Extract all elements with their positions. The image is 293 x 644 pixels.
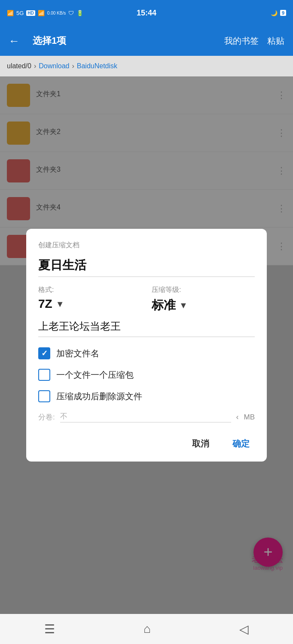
status-left: 📶 5G HD 📶 0.00 KB/s 🛡 🔋 [7, 10, 83, 16]
split-volume-row: 分卷: ‹ MB [38, 412, 255, 422]
battery-level: 9 [280, 10, 286, 16]
password-input[interactable] [38, 320, 255, 337]
level-value: 标准 [152, 297, 176, 313]
split-label: 分卷: [38, 412, 55, 422]
hd-badge: HD [26, 10, 35, 16]
breadcrumb: ulated/0 › Download › BaiduNetdisk [0, 56, 293, 76]
encrypt-filename-row: ✓ 加密文件名 [38, 347, 255, 359]
delete-source-checkbox[interactable] [38, 390, 50, 402]
encrypt-filename-checkbox[interactable]: ✓ [38, 347, 50, 359]
nav-title: 选择1项 [33, 34, 216, 47]
home-button[interactable]: ⌂ [143, 622, 151, 636]
filename-input[interactable] [38, 258, 255, 277]
format-select[interactable]: 7Z ▼ [38, 297, 141, 311]
breadcrumb-sep1: › [34, 62, 36, 70]
level-dropdown-arrow: ▼ [179, 301, 188, 310]
delete-source-row: 压缩成功后删除源文件 [38, 390, 255, 402]
menu-button[interactable]: ☰ [44, 622, 55, 636]
paste-button[interactable]: 粘贴 [267, 35, 284, 47]
nav-bar: ← 选择1项 我的书签 粘贴 [0, 26, 293, 56]
one-file-row: 一个文件一个压缩包 [38, 369, 255, 381]
breadcrumb-sep2: › [72, 62, 74, 70]
status-bar: 📶 5G HD 📶 0.00 KB/s 🛡 🔋 15:44 🌙 9 [0, 0, 293, 26]
data-speed: 0.00 KB/s [47, 11, 66, 15]
level-group: 压缩等级: 标准 ▼ [152, 286, 255, 313]
breadcrumb-part3[interactable]: BaiduNetdisk [77, 62, 117, 70]
battery-outline: 🔋 [76, 10, 83, 16]
signal-icon: 📶 [7, 10, 14, 16]
bookmark-button[interactable]: 我的书签 [224, 35, 259, 47]
split-input[interactable] [60, 412, 231, 422]
status-time: 15:44 [137, 9, 156, 18]
signal-5g: 5G [16, 10, 24, 16]
security-icon: 🛡 [68, 10, 74, 16]
dialog-title: 创建压缩文档 [38, 241, 255, 250]
back-button[interactable]: ← [9, 34, 20, 48]
level-select[interactable]: 标准 ▼ [152, 297, 255, 313]
back-nav-button[interactable]: ◁ [239, 622, 249, 636]
file-list: 文件夹1 ⋮ 文件夹2 ⋮ 文件夹3 ⋮ 文件夹4 ⋮ 文件夹5 ⋮ + [0, 76, 293, 614]
wifi-icon: 📶 [38, 10, 45, 16]
check-icon: ✓ [41, 349, 48, 358]
format-value: 7Z [38, 297, 52, 311]
one-file-label: 一个文件一个压缩包 [56, 369, 134, 381]
one-file-checkbox[interactable] [38, 369, 50, 381]
dialog-buttons: 取消 确定 [38, 434, 255, 453]
confirm-button[interactable]: 确定 [227, 434, 255, 453]
breadcrumb-part1: ulated/0 [7, 62, 31, 70]
format-group: 格式: 7Z ▼ [38, 286, 141, 311]
format-label: 格式: [38, 286, 141, 295]
breadcrumb-part2[interactable]: Download [39, 62, 69, 70]
format-dropdown-arrow: ▼ [56, 299, 64, 309]
bottom-nav: ☰ ⌂ ◁ [0, 614, 293, 644]
cancel-button[interactable]: 取消 [187, 434, 214, 453]
status-right: 🌙 9 [271, 10, 286, 16]
delete-source-label: 压缩成功后删除源文件 [56, 391, 142, 402]
encrypt-filename-label: 加密文件名 [56, 348, 99, 359]
split-unit: MB [244, 413, 255, 422]
split-arrow-icon[interactable]: ‹ [236, 413, 239, 422]
create-archive-dialog: 创建压缩文档 格式: 7Z ▼ 压缩等级: 标准 ▼ ✓ [26, 229, 267, 462]
format-row: 格式: 7Z ▼ 压缩等级: 标准 ▼ [38, 286, 255, 313]
level-label: 压缩等级: [152, 286, 255, 295]
moon-icon: 🌙 [271, 10, 278, 16]
